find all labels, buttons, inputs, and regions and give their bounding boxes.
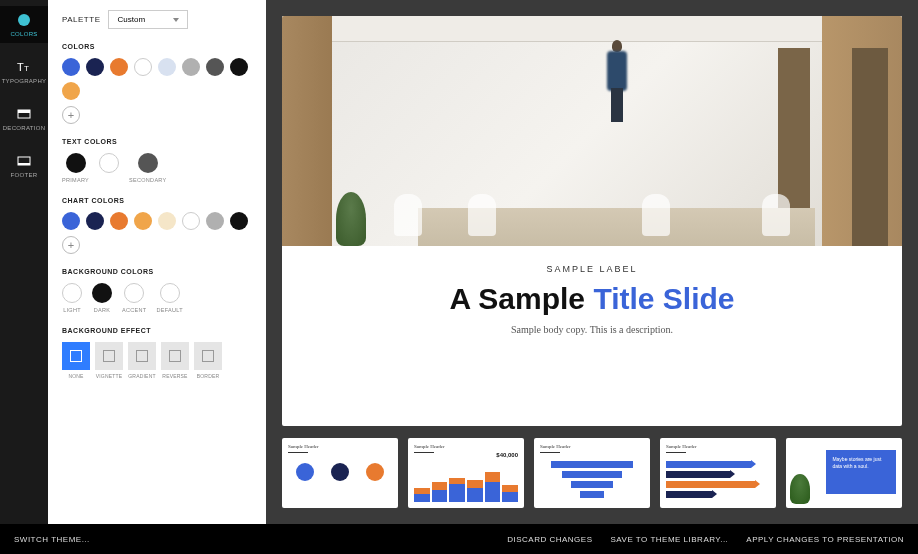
thumbnail-strip: Sample Header Sample Header $40,000 bbox=[282, 438, 902, 508]
slide-text-block: SAMPLE LABEL A Sample Title Slide Sample… bbox=[282, 246, 902, 353]
effect-option: REVERSE bbox=[161, 342, 189, 379]
icon-row bbox=[288, 463, 392, 481]
slide-label: SAMPLE LABEL bbox=[302, 264, 882, 274]
effect-option: VIGNETTE bbox=[95, 342, 123, 379]
settings-panel: PALETTE Custom COLORS + TEXT COLORS PRIM… bbox=[48, 0, 266, 524]
circle-icon bbox=[296, 463, 314, 481]
thumbnail-3[interactable]: Sample Header bbox=[534, 438, 650, 508]
color-swatch[interactable] bbox=[124, 283, 144, 303]
swatch-label: PRIMARY bbox=[62, 177, 89, 183]
labeled-swatch: LIGHT bbox=[62, 283, 82, 313]
swatch-row bbox=[62, 58, 252, 100]
effect-button[interactable] bbox=[161, 342, 189, 370]
color-swatch[interactable] bbox=[160, 283, 180, 303]
apply-button[interactable]: APPLY CHANGES TO PRESENTATION bbox=[746, 535, 904, 544]
color-swatch[interactable] bbox=[62, 212, 80, 230]
circle-icon bbox=[366, 463, 384, 481]
thumbnail-2[interactable]: Sample Header $40,000 bbox=[408, 438, 524, 508]
labeled-swatch: SECONDARY bbox=[129, 153, 166, 183]
color-swatch[interactable] bbox=[182, 58, 200, 76]
color-swatch[interactable] bbox=[158, 212, 176, 230]
rectangle-icon bbox=[16, 106, 32, 122]
nav-decoration[interactable]: DECORATION bbox=[0, 100, 48, 137]
circle-icon bbox=[331, 463, 349, 481]
plant-image bbox=[790, 474, 810, 504]
nav-typography[interactable]: TT TYPOGRAPHY bbox=[0, 53, 48, 90]
effect-button[interactable] bbox=[194, 342, 222, 370]
labeled-swatch: DEFAULT bbox=[156, 283, 182, 313]
color-swatch[interactable] bbox=[86, 58, 104, 76]
effect-option: GRADIENT bbox=[128, 342, 156, 379]
section-title: TEXT COLORS bbox=[62, 138, 252, 145]
color-swatch[interactable] bbox=[86, 212, 104, 230]
color-swatch[interactable] bbox=[99, 153, 119, 173]
footer-icon bbox=[16, 153, 32, 169]
thumbnail-5[interactable]: Maybe stories are just data with a soul. bbox=[786, 438, 902, 508]
app-root: COLORS TT TYPOGRAPHY DECORATION FOOTER P… bbox=[0, 0, 918, 524]
swatch-row: LIGHTDARKACCENTDEFAULT bbox=[62, 283, 252, 313]
svg-point-0 bbox=[18, 14, 30, 26]
funnel-icon bbox=[540, 461, 644, 498]
effect-label: NONE bbox=[68, 373, 83, 379]
color-swatch[interactable] bbox=[66, 153, 86, 173]
palette-value: Custom bbox=[117, 15, 145, 24]
color-swatch[interactable] bbox=[230, 212, 248, 230]
palette-icon bbox=[16, 12, 32, 28]
color-swatch[interactable] bbox=[182, 212, 200, 230]
swatch-label: DARK bbox=[94, 307, 110, 313]
thumbnail-4[interactable]: Sample Header bbox=[660, 438, 776, 508]
color-swatch[interactable] bbox=[230, 58, 248, 76]
color-swatch[interactable] bbox=[134, 212, 152, 230]
slide-preview[interactable]: SAMPLE LABEL A Sample Title Slide Sample… bbox=[282, 16, 902, 426]
slide-title: A Sample Title Slide bbox=[302, 282, 882, 316]
swatch-label: DEFAULT bbox=[156, 307, 182, 313]
color-swatch[interactable] bbox=[138, 153, 158, 173]
nav-label: COLORS bbox=[10, 31, 37, 37]
color-swatch[interactable] bbox=[158, 58, 176, 76]
add-color-button[interactable]: + bbox=[62, 106, 80, 124]
section-colors: COLORS + bbox=[62, 43, 252, 124]
color-swatch[interactable] bbox=[62, 58, 80, 76]
nav-colors[interactable]: COLORS bbox=[0, 6, 48, 43]
add-chart-color-button[interactable]: + bbox=[62, 236, 80, 254]
effect-label: GRADIENT bbox=[128, 373, 155, 379]
nav-footer[interactable]: FOOTER bbox=[0, 147, 48, 184]
section-chart-colors: CHART COLORS + bbox=[62, 197, 252, 254]
switch-theme-button[interactable]: SWITCH THEME... bbox=[14, 535, 90, 544]
canvas-area: SAMPLE LABEL A Sample Title Slide Sample… bbox=[266, 0, 918, 524]
color-swatch[interactable] bbox=[206, 58, 224, 76]
effect-button[interactable] bbox=[95, 342, 123, 370]
sidebar-nav: COLORS TT TYPOGRAPHY DECORATION FOOTER bbox=[0, 0, 48, 524]
hero-image bbox=[282, 16, 902, 246]
type-icon: TT bbox=[16, 59, 32, 75]
color-swatch[interactable] bbox=[110, 212, 128, 230]
effect-label: VIGNETTE bbox=[96, 373, 123, 379]
section-title: COLORS bbox=[62, 43, 252, 50]
color-swatch[interactable] bbox=[110, 58, 128, 76]
discard-button[interactable]: DISCARD CHANGES bbox=[507, 535, 592, 544]
thumb-title: Sample Header bbox=[540, 444, 644, 449]
labeled-swatch: ACCENT bbox=[122, 283, 146, 313]
color-swatch[interactable] bbox=[92, 283, 112, 303]
color-swatch[interactable] bbox=[134, 58, 152, 76]
effect-button[interactable] bbox=[62, 342, 90, 370]
color-swatch[interactable] bbox=[62, 283, 82, 303]
color-swatch[interactable] bbox=[62, 82, 80, 100]
section-background-effect: BACKGROUND EFFECT NONEVIGNETTEGRADIENTRE… bbox=[62, 327, 252, 379]
nav-label: FOOTER bbox=[11, 172, 38, 178]
nav-label: TYPOGRAPHY bbox=[2, 78, 47, 84]
swatch-label: LIGHT bbox=[63, 307, 81, 313]
swatch-row bbox=[62, 212, 252, 230]
effect-label: REVERSE bbox=[162, 373, 187, 379]
effect-option: BORDER bbox=[194, 342, 222, 379]
color-swatch[interactable] bbox=[206, 212, 224, 230]
effect-button[interactable] bbox=[128, 342, 156, 370]
palette-select[interactable]: Custom bbox=[108, 10, 188, 29]
arrows-icon bbox=[666, 461, 770, 498]
save-library-button[interactable]: SAVE TO THEME LIBRARY... bbox=[611, 535, 729, 544]
thumbnail-1[interactable]: Sample Header bbox=[282, 438, 398, 508]
svg-text:T: T bbox=[17, 61, 24, 73]
thumb-title: Sample Header bbox=[666, 444, 770, 449]
quote-text: Maybe stories are just data with a soul. bbox=[832, 456, 890, 469]
nav-label: DECORATION bbox=[3, 125, 46, 131]
